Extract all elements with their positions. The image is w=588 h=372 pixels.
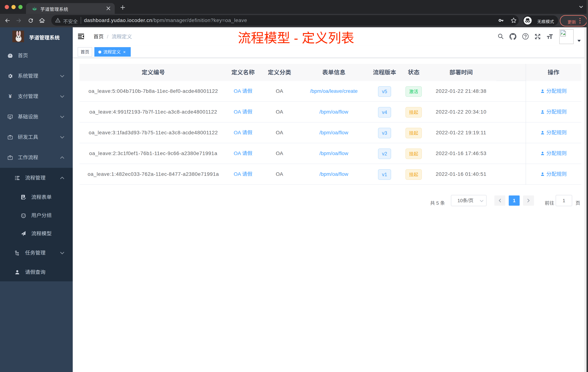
svg-text:¥: ¥ — [9, 94, 12, 99]
